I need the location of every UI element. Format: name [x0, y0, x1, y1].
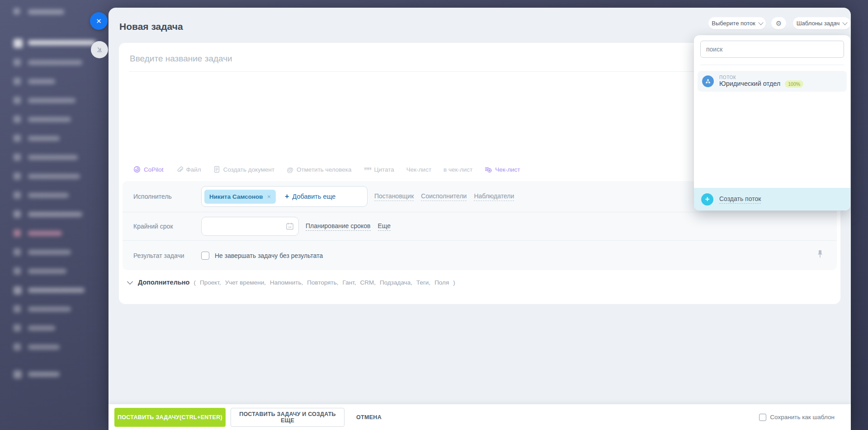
mention-label: Отметить человека	[297, 166, 352, 173]
modal-footer: ПОСТАВИТЬ ЗАДАЧУ(CTRL+ENTER) ПОСТАВИТЬ З…	[108, 404, 851, 430]
create-document-label: Создать документ	[223, 166, 275, 173]
collapse-icon	[96, 46, 103, 53]
flow-item-texts: ПОТОК Юридический отдел 100%	[719, 75, 803, 88]
sidebar-blurred-item	[0, 134, 111, 145]
assignee-tag[interactable]: Никита Самсонов ✕	[204, 190, 276, 204]
sidebar-blurred-item	[0, 285, 111, 296]
divider	[700, 65, 844, 65]
option-repeat[interactable]: Повторять,	[307, 279, 338, 286]
option-fields[interactable]: Поля	[434, 279, 449, 286]
ai-checklist-button[interactable]: Чек-лист	[485, 166, 520, 173]
sidebar-blurred-item	[0, 96, 111, 107]
editor-toolbar: CoPilot Файл Создать документ @ Отме	[133, 164, 520, 175]
submit-and-create-button[interactable]: ПОСТАВИТЬ ЗАДАЧУ И СОЗДАТЬ ЕЩЕ	[231, 408, 344, 427]
pin-icon[interactable]	[817, 250, 823, 260]
to-checklist-button[interactable]: в чек-лист	[443, 166, 472, 173]
flow-list-item[interactable]: ПОТОК Юридический отдел 100%	[698, 71, 847, 92]
quote-label: Цитата	[374, 166, 394, 173]
flow-progress-badge: 100%	[785, 80, 803, 88]
more-link[interactable]: Еще	[378, 222, 391, 231]
sidebar-blurred-item	[0, 248, 111, 258]
option-gantt[interactable]: Гант,	[343, 279, 356, 286]
assignee-field[interactable]: Никита Самсонов ✕ + Добавить еще	[201, 186, 368, 207]
option-subtask[interactable]: Подзадача,	[380, 279, 412, 286]
paperclip-icon	[176, 166, 183, 173]
option-project[interactable]: Проект,	[200, 279, 221, 286]
deadline-planning-link[interactable]: Планирование сроков	[306, 222, 371, 231]
deadline-date-input[interactable]: 24	[201, 217, 299, 236]
flow-search-input[interactable]	[700, 41, 844, 58]
copilot-icon	[133, 166, 141, 173]
task-templates-dropdown-button[interactable]: Шаблоны задач	[793, 17, 850, 29]
chevron-down-icon[interactable]	[127, 279, 133, 285]
flow-icon	[702, 75, 714, 87]
role-links: Постановщик Соисполнители Наблюдатели	[374, 192, 514, 201]
add-assignee-button[interactable]: + Добавить еще	[285, 192, 335, 201]
mention-person-button[interactable]: @ Отметить человека	[287, 166, 351, 173]
plus-icon: +	[701, 193, 713, 206]
sidebar-blurred-item	[0, 191, 111, 201]
quote-button[interactable]: ”” Цитата	[364, 166, 394, 173]
copilot-button[interactable]: CoPilot	[133, 166, 164, 173]
chevron-down-icon	[843, 20, 848, 25]
option-crm[interactable]: CRM,	[360, 279, 376, 286]
sidebar-blurred-item	[0, 342, 111, 353]
flow-select-dropdown: ПОТОК Юридический отдел 100% + Создать п…	[694, 35, 850, 210]
sidebar-blurred	[0, 0, 111, 430]
collapse-modal-button[interactable]	[91, 41, 108, 58]
paren-open: (	[193, 279, 196, 286]
chevron-down-icon	[758, 20, 763, 25]
sidebar-blurred-item	[0, 369, 111, 380]
option-time-tracking[interactable]: Учет времени,	[225, 279, 266, 286]
additional-toggle[interactable]: Дополнительно	[138, 279, 189, 286]
select-flow-label: Выберите поток	[712, 20, 755, 27]
submit-task-button[interactable]: ПОСТАВИТЬ ЗАДАЧУ(CTRL+ENTER)	[114, 408, 226, 427]
option-tags[interactable]: Теги,	[416, 279, 430, 286]
sidebar-blurred-item	[0, 304, 111, 315]
mention-icon: @	[287, 166, 293, 173]
deadline-links: Планирование сроков Еще	[306, 222, 391, 231]
sidebar-blurred-item	[0, 153, 111, 164]
link-coexecutors[interactable]: Соисполнители	[421, 192, 467, 201]
sidebar-blurred-item	[0, 210, 111, 220]
close-modal-button[interactable]: ✕	[90, 12, 108, 30]
cancel-button[interactable]: ОТМЕНА	[356, 414, 382, 421]
result-checkbox-label: Не завершать задачу без результата	[215, 252, 323, 259]
select-flow-dropdown-button[interactable]: Выберите поток	[708, 17, 766, 29]
sidebar-blurred-item	[0, 172, 111, 182]
ai-checklist-icon	[485, 166, 492, 173]
paren-close: )	[453, 279, 455, 286]
sidebar-blurred-item	[0, 266, 111, 277]
copilot-label: CoPilot	[144, 166, 164, 173]
additional-section: Дополнительно ( Проект, Учет времени, На…	[128, 279, 455, 286]
flow-type-label: ПОТОК	[719, 75, 803, 80]
save-as-template-label: Сохранить как шаблон	[770, 414, 835, 421]
ai-checklist-label: Чек-лист	[495, 166, 520, 173]
flow-name: Юридический отдел	[719, 80, 780, 88]
option-remind[interactable]: Напомнить,	[270, 279, 303, 286]
document-icon	[213, 166, 220, 173]
save-as-template-control[interactable]: Сохранить как шаблон	[759, 414, 835, 421]
sidebar-blurred-item	[0, 115, 111, 126]
templates-label: Шаблоны задач	[797, 20, 840, 27]
settings-button[interactable]: ⚙	[771, 17, 786, 29]
create-flow-button[interactable]: + Создать поток	[694, 188, 850, 210]
to-checklist-label: в чек-лист	[443, 166, 472, 173]
deadline-label: Крайний срок	[133, 223, 201, 230]
attach-file-button[interactable]: Файл	[176, 166, 201, 173]
plus-icon: +	[285, 192, 289, 201]
save-as-template-checkbox[interactable]	[759, 414, 766, 421]
checklist-label: Чек-лист	[406, 166, 431, 173]
sidebar-blurred-item	[0, 58, 111, 69]
remove-assignee-icon[interactable]: ✕	[267, 194, 271, 199]
sidebar-blurred-item	[0, 77, 111, 88]
link-author[interactable]: Постановщик	[374, 192, 414, 201]
assignee-label: Исполнитель	[133, 193, 201, 200]
checklist-button[interactable]: Чек-лист	[406, 166, 431, 173]
create-flow-label: Создать поток	[719, 195, 761, 204]
quote-icon: ””	[364, 168, 371, 173]
deadline-row: Крайний срок 24 Планирование сроков Еще	[123, 212, 837, 240]
result-required-checkbox[interactable]	[201, 252, 209, 260]
link-observers[interactable]: Наблюдатели	[474, 192, 514, 201]
create-document-button[interactable]: Создать документ	[213, 166, 275, 173]
